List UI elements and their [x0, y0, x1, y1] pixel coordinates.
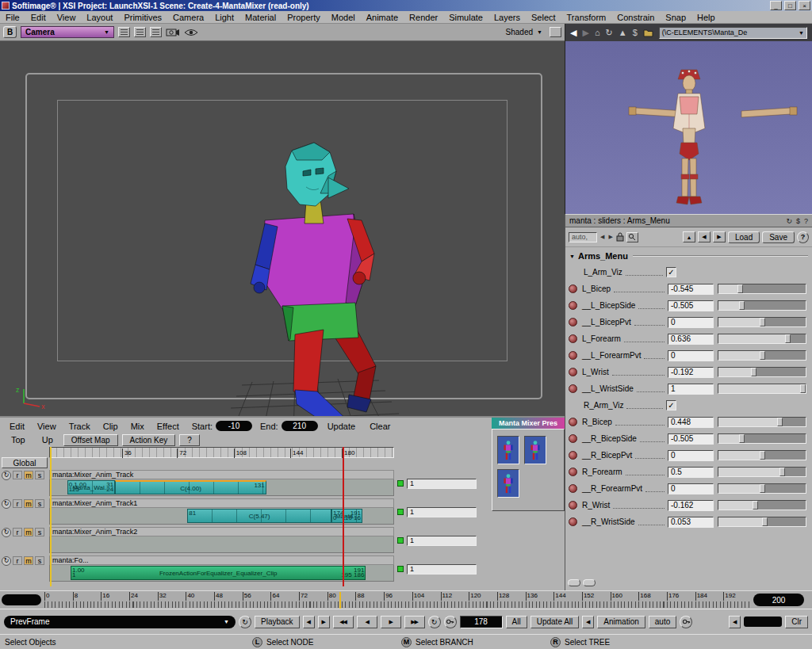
keyframe-icon[interactable] [569, 451, 577, 460]
viewport-menu-icon[interactable] [150, 27, 162, 37]
slider-handle[interactable] [760, 351, 765, 360]
playback-scale-field[interactable] [744, 617, 782, 627]
track-solo-button[interactable]: s [35, 528, 44, 536]
viewport-menu-icon[interactable] [134, 27, 146, 37]
slider-handle[interactable] [779, 468, 785, 476]
slider-handle[interactable] [760, 318, 765, 326]
preset-panel-header[interactable]: Manta Mixer Pres [492, 418, 565, 429]
track-weight-field[interactable]: 1 [407, 479, 477, 489]
param-slider[interactable] [718, 384, 806, 394]
viewport-maximize-icon[interactable] [550, 27, 561, 37]
animation-menu-button[interactable]: Animation [597, 616, 645, 628]
param-value-field[interactable]: 0.636 [668, 334, 714, 345]
clear-keys-button[interactable]: Clr [785, 616, 808, 628]
viewport-3d[interactable]: z x [0, 41, 565, 416]
cycle-icon[interactable]: ↻ [2, 556, 11, 566]
update-all-button[interactable]: Update All [530, 616, 580, 628]
keyframe-icon[interactable] [569, 484, 577, 493]
magnifier-button[interactable] [626, 232, 638, 242]
track-ripple-button[interactable]: r [13, 528, 22, 536]
track-mute-button[interactable]: m [24, 528, 33, 536]
param-slider[interactable] [718, 417, 806, 427]
help-button[interactable]: ? [797, 231, 809, 243]
track-weight-field[interactable]: 1 [407, 564, 477, 575]
global-tab[interactable]: Global [2, 457, 48, 468]
scale-left-button[interactable]: ◀ [729, 616, 741, 628]
param-value-field[interactable]: 0.053 [668, 517, 714, 528]
param-value-field[interactable]: 1 [668, 384, 714, 395]
repeat-button[interactable]: ↻ [428, 616, 441, 628]
viewport-letter-button[interactable]: B [3, 26, 17, 38]
param-slider[interactable] [718, 467, 806, 477]
track-solo-button[interactable]: s [35, 471, 44, 479]
track-ripple-button[interactable]: r [13, 499, 22, 508]
mixer-end-field[interactable]: 210 [282, 421, 318, 431]
lock-icon[interactable] [616, 232, 624, 242]
back-icon[interactable]: ◀ [570, 28, 576, 38]
last-frame-button[interactable]: ▶▶ [404, 616, 425, 628]
maximize-button[interactable]: □ [784, 1, 796, 10]
track-mute-button[interactable]: m [24, 556, 33, 565]
keyframe-icon[interactable] [569, 468, 577, 476]
mixer-menu-mix[interactable]: Mix [124, 422, 151, 431]
param-slider[interactable] [718, 450, 806, 460]
keyframe-icon[interactable] [569, 318, 577, 326]
timeline[interactable]: 0816243240485664728088961041121201281361… [0, 590, 812, 609]
clip[interactable]: C(5.47)81 [187, 509, 331, 523]
menu-snap[interactable]: Snap [660, 13, 691, 22]
playback-menu-button[interactable]: Playback [255, 616, 300, 628]
auto-field[interactable]: auto, [569, 232, 597, 242]
track-ripple-button[interactable]: r [13, 471, 22, 479]
track-solo-button[interactable]: s [35, 499, 44, 508]
menu-view[interactable]: View [52, 13, 82, 22]
track-mute-button[interactable]: m [24, 499, 33, 508]
mixer-menu-clip[interactable]: Clip [97, 422, 124, 431]
up-icon[interactable]: ▲ [619, 28, 627, 37]
param-slider[interactable] [718, 483, 806, 494]
menu-help[interactable]: Help [691, 13, 721, 22]
param-checkbox[interactable]: ✓ [666, 400, 676, 410]
param-value-field[interactable]: -0.505 [668, 433, 714, 445]
cycle-icon[interactable]: ↻ [2, 471, 11, 480]
slider-handle[interactable] [751, 368, 756, 376]
prevframe-dropdown[interactable]: PrevFrame ▼ [4, 616, 236, 628]
param-value-field[interactable]: -0.545 [668, 284, 714, 295]
param-slider[interactable] [718, 300, 806, 311]
end-frame-field[interactable]: 200 [753, 594, 804, 606]
next-key-button[interactable]: ▶ [318, 616, 330, 628]
animation-prev-button[interactable]: ◀ [582, 616, 594, 628]
page-up-button[interactable]: ▲ [683, 231, 695, 242]
param-value-field[interactable]: -0.192 [668, 367, 714, 378]
shading-mode-dropdown[interactable]: Shaded ▼ [506, 28, 546, 36]
param-value-field[interactable]: 0.5 [668, 467, 714, 478]
save-button[interactable]: Save [762, 231, 795, 243]
param-value-field[interactable]: -0.505 [668, 300, 714, 311]
track-ripple-button[interactable]: r [13, 556, 22, 565]
camera-icon[interactable] [166, 27, 180, 37]
param-value-field[interactable]: -0.162 [668, 500, 714, 511]
preview-3d-view[interactable] [565, 41, 812, 214]
next-arrow-icon[interactable]: ▶ [607, 234, 613, 240]
autokey-button[interactable]: auto [649, 616, 676, 628]
panel-resize-button[interactable] [583, 579, 596, 586]
close-button[interactable]: × [799, 1, 810, 10]
menu-select[interactable]: Select [526, 13, 561, 22]
forward-icon[interactable]: ▶ [582, 28, 588, 38]
keyframe-icon[interactable] [569, 351, 577, 360]
menu-property[interactable]: Property [282, 13, 326, 22]
keyframe-icon[interactable] [569, 301, 577, 310]
info-icon[interactable]: ? [804, 217, 808, 225]
menu-transform[interactable]: Transform [561, 13, 612, 22]
param-value-field[interactable]: 0 [668, 350, 714, 361]
preset-thumbnail[interactable] [524, 436, 546, 464]
timeline-playhead[interactable] [339, 592, 341, 609]
menu-model[interactable]: Model [326, 13, 361, 22]
prev-key-button[interactable]: ◀ [303, 616, 315, 628]
viewport-menu-icon[interactable] [118, 27, 130, 37]
panel-header[interactable]: manta : sliders : Arms_Menu ↻ $ ? [565, 214, 812, 227]
menu-edit[interactable]: Edit [25, 13, 52, 22]
clip[interactable]: Manta_Wal...0 1.003112524 [67, 480, 116, 494]
param-value-field[interactable]: 0 [668, 317, 714, 328]
menu-file[interactable]: File [0, 13, 25, 22]
eye-icon[interactable] [184, 28, 198, 37]
